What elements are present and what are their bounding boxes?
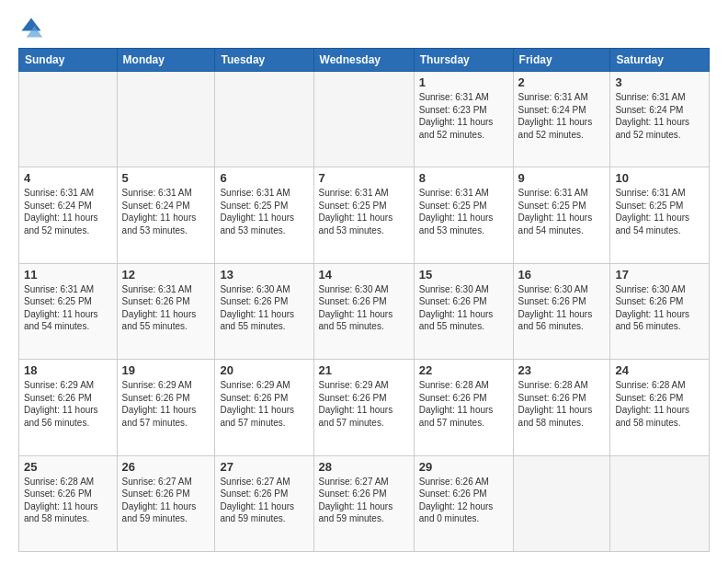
calendar-cell: 5Sunrise: 6:31 AM Sunset: 6:24 PM Daylig… [117,167,215,263]
svg-marker-0 [22,18,41,31]
day-number: 26 [122,460,210,474]
day-number: 17 [615,268,704,282]
calendar-cell: 10Sunrise: 6:31 AM Sunset: 6:25 PM Dayli… [610,167,710,263]
day-number: 27 [220,460,308,474]
day-number: 16 [518,268,606,282]
day-number: 11 [24,268,112,282]
day-number: 8 [419,171,508,185]
day-number: 22 [419,363,508,377]
calendar-table: SundayMondayTuesdayWednesdayThursdayFrid… [18,48,710,552]
calendar-cell [513,455,610,551]
day-info: Sunrise: 6:31 AM Sunset: 6:25 PM Dayligh… [518,187,606,236]
calendar-cell: 12Sunrise: 6:31 AM Sunset: 6:26 PM Dayli… [117,263,215,359]
calendar-cell [19,72,118,167]
day-info: Sunrise: 6:31 AM Sunset: 6:25 PM Dayligh… [220,187,308,236]
day-number: 24 [615,363,704,377]
day-info: Sunrise: 6:31 AM Sunset: 6:25 PM Dayligh… [615,187,704,236]
day-info: Sunrise: 6:27 AM Sunset: 6:26 PM Dayligh… [319,476,409,525]
calendar-cell: 20Sunrise: 6:29 AM Sunset: 6:26 PM Dayli… [215,360,313,455]
calendar-week-row: 25Sunrise: 6:28 AM Sunset: 6:26 PM Dayli… [19,455,710,551]
day-info: Sunrise: 6:28 AM Sunset: 6:26 PM Dayligh… [419,379,508,429]
day-number: 7 [319,171,409,185]
calendar-cell: 3Sunrise: 6:31 AM Sunset: 6:24 PM Daylig… [610,72,710,167]
day-number: 10 [615,171,704,185]
calendar-cell: 1Sunrise: 6:31 AM Sunset: 6:23 PM Daylig… [414,72,513,167]
day-number: 6 [220,171,308,185]
day-info: Sunrise: 6:29 AM Sunset: 6:26 PM Dayligh… [220,379,308,429]
day-number: 1 [419,75,508,89]
calendar-cell: 24Sunrise: 6:28 AM Sunset: 6:26 PM Dayli… [610,360,710,455]
day-info: Sunrise: 6:31 AM Sunset: 6:25 PM Dayligh… [419,187,508,236]
day-info: Sunrise: 6:27 AM Sunset: 6:26 PM Dayligh… [220,476,308,525]
day-info: Sunrise: 6:31 AM Sunset: 6:26 PM Dayligh… [122,283,210,333]
day-info: Sunrise: 6:31 AM Sunset: 6:24 PM Dayligh… [122,187,210,236]
calendar-cell: 29Sunrise: 6:26 AM Sunset: 6:26 PM Dayli… [414,455,513,551]
calendar-cell: 18Sunrise: 6:29 AM Sunset: 6:26 PM Dayli… [19,360,118,455]
calendar-header-friday: Friday [513,49,610,72]
calendar-cell [215,72,313,167]
calendar-cell: 7Sunrise: 6:31 AM Sunset: 6:25 PM Daylig… [313,167,414,263]
day-number: 28 [319,460,409,474]
day-info: Sunrise: 6:29 AM Sunset: 6:26 PM Dayligh… [319,379,409,429]
day-number: 9 [518,171,606,185]
day-info: Sunrise: 6:29 AM Sunset: 6:26 PM Dayligh… [122,379,210,429]
calendar-header-saturday: Saturday [610,49,710,72]
calendar-cell: 26Sunrise: 6:27 AM Sunset: 6:26 PM Dayli… [117,455,215,551]
calendar-header-thursday: Thursday [414,49,513,72]
day-info: Sunrise: 6:28 AM Sunset: 6:26 PM Dayligh… [518,379,606,429]
day-number: 3 [615,75,704,89]
calendar-cell: 13Sunrise: 6:30 AM Sunset: 6:26 PM Dayli… [215,263,313,359]
calendar-cell: 15Sunrise: 6:30 AM Sunset: 6:26 PM Dayli… [414,263,513,359]
day-number: 5 [122,171,210,185]
calendar-week-row: 11Sunrise: 6:31 AM Sunset: 6:25 PM Dayli… [19,263,710,359]
day-info: Sunrise: 6:28 AM Sunset: 6:26 PM Dayligh… [24,476,112,525]
day-number: 14 [319,268,409,282]
day-number: 12 [122,268,210,282]
day-number: 25 [24,460,112,474]
calendar-cell: 16Sunrise: 6:30 AM Sunset: 6:26 PM Dayli… [513,263,610,359]
day-number: 20 [220,363,308,377]
day-number: 2 [518,75,606,89]
day-info: Sunrise: 6:31 AM Sunset: 6:24 PM Dayligh… [615,91,704,141]
calendar-cell: 22Sunrise: 6:28 AM Sunset: 6:26 PM Dayli… [414,360,513,455]
page: SundayMondayTuesdayWednesdayThursdayFrid… [0,0,728,563]
day-info: Sunrise: 6:30 AM Sunset: 6:26 PM Dayligh… [518,283,606,333]
logo [18,15,48,40]
day-number: 13 [220,268,308,282]
logo-icon [18,15,44,40]
day-info: Sunrise: 6:31 AM Sunset: 6:23 PM Dayligh… [419,91,508,141]
calendar-cell: 9Sunrise: 6:31 AM Sunset: 6:25 PM Daylig… [513,167,610,263]
calendar-cell: 28Sunrise: 6:27 AM Sunset: 6:26 PM Dayli… [313,455,414,551]
calendar-cell: 17Sunrise: 6:30 AM Sunset: 6:26 PM Dayli… [610,263,710,359]
day-info: Sunrise: 6:30 AM Sunset: 6:26 PM Dayligh… [615,283,704,333]
calendar-header-sunday: Sunday [19,49,118,72]
calendar-cell [610,455,710,551]
calendar-cell: 25Sunrise: 6:28 AM Sunset: 6:26 PM Dayli… [19,455,118,551]
calendar-cell: 11Sunrise: 6:31 AM Sunset: 6:25 PM Dayli… [19,263,118,359]
calendar-cell: 2Sunrise: 6:31 AM Sunset: 6:24 PM Daylig… [513,72,610,167]
day-number: 18 [24,363,112,377]
calendar-header-wednesday: Wednesday [313,49,414,72]
calendar-cell: 6Sunrise: 6:31 AM Sunset: 6:25 PM Daylig… [215,167,313,263]
calendar-cell: 21Sunrise: 6:29 AM Sunset: 6:26 PM Dayli… [313,360,414,455]
calendar-cell: 4Sunrise: 6:31 AM Sunset: 6:24 PM Daylig… [19,167,118,263]
day-info: Sunrise: 6:31 AM Sunset: 6:24 PM Dayligh… [24,187,112,236]
day-info: Sunrise: 6:27 AM Sunset: 6:26 PM Dayligh… [122,476,210,525]
day-info: Sunrise: 6:30 AM Sunset: 6:26 PM Dayligh… [319,283,409,333]
calendar-cell: 23Sunrise: 6:28 AM Sunset: 6:26 PM Dayli… [513,360,610,455]
calendar-week-row: 1Sunrise: 6:31 AM Sunset: 6:23 PM Daylig… [19,72,710,167]
day-info: Sunrise: 6:29 AM Sunset: 6:26 PM Dayligh… [24,379,112,429]
calendar-cell [313,72,414,167]
calendar-header-row: SundayMondayTuesdayWednesdayThursdayFrid… [19,49,710,72]
calendar-cell: 8Sunrise: 6:31 AM Sunset: 6:25 PM Daylig… [414,167,513,263]
day-number: 21 [319,363,409,377]
calendar-header-tuesday: Tuesday [215,49,313,72]
day-info: Sunrise: 6:31 AM Sunset: 6:25 PM Dayligh… [24,283,112,333]
day-number: 29 [419,460,508,474]
day-number: 19 [122,363,210,377]
day-info: Sunrise: 6:28 AM Sunset: 6:26 PM Dayligh… [615,379,704,429]
calendar-week-row: 4Sunrise: 6:31 AM Sunset: 6:24 PM Daylig… [19,167,710,263]
calendar-header-monday: Monday [117,49,215,72]
day-info: Sunrise: 6:26 AM Sunset: 6:26 PM Dayligh… [419,476,508,525]
day-info: Sunrise: 6:30 AM Sunset: 6:26 PM Dayligh… [419,283,508,333]
